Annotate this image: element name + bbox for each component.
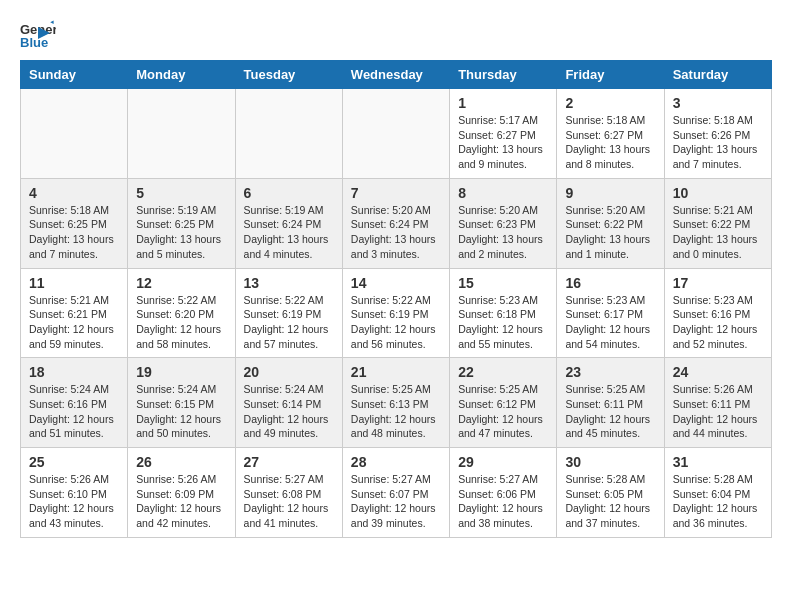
date-number: 13 xyxy=(244,275,334,291)
date-number: 2 xyxy=(565,95,655,111)
calendar-cell: 22Sunrise: 5:25 AMSunset: 6:12 PMDayligh… xyxy=(450,358,557,448)
calendar-header-row: SundayMondayTuesdayWednesdayThursdayFrid… xyxy=(21,61,772,89)
calendar-cell: 23Sunrise: 5:25 AMSunset: 6:11 PMDayligh… xyxy=(557,358,664,448)
cell-info: Sunrise: 5:24 AMSunset: 6:15 PMDaylight:… xyxy=(136,382,226,441)
date-number: 20 xyxy=(244,364,334,380)
calendar-cell xyxy=(21,89,128,179)
cell-info: Sunrise: 5:27 AMSunset: 6:07 PMDaylight:… xyxy=(351,472,441,531)
calendar-cell: 25Sunrise: 5:26 AMSunset: 6:10 PMDayligh… xyxy=(21,448,128,538)
cell-info: Sunrise: 5:24 AMSunset: 6:16 PMDaylight:… xyxy=(29,382,119,441)
date-number: 16 xyxy=(565,275,655,291)
date-number: 31 xyxy=(673,454,763,470)
day-header-tuesday: Tuesday xyxy=(235,61,342,89)
cell-info: Sunrise: 5:22 AMSunset: 6:20 PMDaylight:… xyxy=(136,293,226,352)
calendar-cell: 3Sunrise: 5:18 AMSunset: 6:26 PMDaylight… xyxy=(664,89,771,179)
calendar-week-5: 25Sunrise: 5:26 AMSunset: 6:10 PMDayligh… xyxy=(21,448,772,538)
cell-info: Sunrise: 5:19 AMSunset: 6:24 PMDaylight:… xyxy=(244,203,334,262)
calendar-cell: 24Sunrise: 5:26 AMSunset: 6:11 PMDayligh… xyxy=(664,358,771,448)
calendar-cell: 11Sunrise: 5:21 AMSunset: 6:21 PMDayligh… xyxy=(21,268,128,358)
date-number: 10 xyxy=(673,185,763,201)
calendar-cell: 28Sunrise: 5:27 AMSunset: 6:07 PMDayligh… xyxy=(342,448,449,538)
cell-info: Sunrise: 5:20 AMSunset: 6:23 PMDaylight:… xyxy=(458,203,548,262)
date-number: 30 xyxy=(565,454,655,470)
calendar-cell xyxy=(128,89,235,179)
date-number: 29 xyxy=(458,454,548,470)
cell-info: Sunrise: 5:21 AMSunset: 6:21 PMDaylight:… xyxy=(29,293,119,352)
calendar-week-4: 18Sunrise: 5:24 AMSunset: 6:16 PMDayligh… xyxy=(21,358,772,448)
cell-info: Sunrise: 5:17 AMSunset: 6:27 PMDaylight:… xyxy=(458,113,548,172)
date-number: 25 xyxy=(29,454,119,470)
calendar-cell: 29Sunrise: 5:27 AMSunset: 6:06 PMDayligh… xyxy=(450,448,557,538)
cell-info: Sunrise: 5:20 AMSunset: 6:22 PMDaylight:… xyxy=(565,203,655,262)
calendar-cell: 27Sunrise: 5:27 AMSunset: 6:08 PMDayligh… xyxy=(235,448,342,538)
cell-info: Sunrise: 5:19 AMSunset: 6:25 PMDaylight:… xyxy=(136,203,226,262)
cell-info: Sunrise: 5:25 AMSunset: 6:12 PMDaylight:… xyxy=(458,382,548,441)
calendar-cell: 4Sunrise: 5:18 AMSunset: 6:25 PMDaylight… xyxy=(21,178,128,268)
calendar-cell: 16Sunrise: 5:23 AMSunset: 6:17 PMDayligh… xyxy=(557,268,664,358)
calendar-cell: 19Sunrise: 5:24 AMSunset: 6:15 PMDayligh… xyxy=(128,358,235,448)
calendar-cell: 5Sunrise: 5:19 AMSunset: 6:25 PMDaylight… xyxy=(128,178,235,268)
date-number: 23 xyxy=(565,364,655,380)
date-number: 4 xyxy=(29,185,119,201)
calendar-table: SundayMondayTuesdayWednesdayThursdayFrid… xyxy=(20,60,772,538)
calendar-cell: 18Sunrise: 5:24 AMSunset: 6:16 PMDayligh… xyxy=(21,358,128,448)
cell-info: Sunrise: 5:22 AMSunset: 6:19 PMDaylight:… xyxy=(244,293,334,352)
date-number: 22 xyxy=(458,364,548,380)
cell-info: Sunrise: 5:26 AMSunset: 6:11 PMDaylight:… xyxy=(673,382,763,441)
cell-info: Sunrise: 5:25 AMSunset: 6:11 PMDaylight:… xyxy=(565,382,655,441)
date-number: 14 xyxy=(351,275,441,291)
day-header-thursday: Thursday xyxy=(450,61,557,89)
date-number: 9 xyxy=(565,185,655,201)
date-number: 24 xyxy=(673,364,763,380)
calendar-cell: 21Sunrise: 5:25 AMSunset: 6:13 PMDayligh… xyxy=(342,358,449,448)
cell-info: Sunrise: 5:22 AMSunset: 6:19 PMDaylight:… xyxy=(351,293,441,352)
date-number: 21 xyxy=(351,364,441,380)
calendar-cell: 12Sunrise: 5:22 AMSunset: 6:20 PMDayligh… xyxy=(128,268,235,358)
day-header-saturday: Saturday xyxy=(664,61,771,89)
cell-info: Sunrise: 5:26 AMSunset: 6:10 PMDaylight:… xyxy=(29,472,119,531)
date-number: 11 xyxy=(29,275,119,291)
cell-info: Sunrise: 5:27 AMSunset: 6:06 PMDaylight:… xyxy=(458,472,548,531)
day-header-monday: Monday xyxy=(128,61,235,89)
calendar-cell: 1Sunrise: 5:17 AMSunset: 6:27 PMDaylight… xyxy=(450,89,557,179)
date-number: 5 xyxy=(136,185,226,201)
logo-arrow-icon xyxy=(34,23,54,43)
page-header: General Blue xyxy=(20,20,772,50)
svg-marker-3 xyxy=(38,27,50,39)
calendar-cell: 31Sunrise: 5:28 AMSunset: 6:04 PMDayligh… xyxy=(664,448,771,538)
calendar-cell: 2Sunrise: 5:18 AMSunset: 6:27 PMDaylight… xyxy=(557,89,664,179)
date-number: 1 xyxy=(458,95,548,111)
calendar-cell: 9Sunrise: 5:20 AMSunset: 6:22 PMDaylight… xyxy=(557,178,664,268)
date-number: 15 xyxy=(458,275,548,291)
date-number: 12 xyxy=(136,275,226,291)
calendar-cell xyxy=(235,89,342,179)
calendar-cell: 8Sunrise: 5:20 AMSunset: 6:23 PMDaylight… xyxy=(450,178,557,268)
cell-info: Sunrise: 5:23 AMSunset: 6:16 PMDaylight:… xyxy=(673,293,763,352)
cell-info: Sunrise: 5:18 AMSunset: 6:27 PMDaylight:… xyxy=(565,113,655,172)
cell-info: Sunrise: 5:23 AMSunset: 6:17 PMDaylight:… xyxy=(565,293,655,352)
calendar-cell: 30Sunrise: 5:28 AMSunset: 6:05 PMDayligh… xyxy=(557,448,664,538)
date-number: 28 xyxy=(351,454,441,470)
day-header-friday: Friday xyxy=(557,61,664,89)
calendar-week-3: 11Sunrise: 5:21 AMSunset: 6:21 PMDayligh… xyxy=(21,268,772,358)
date-number: 27 xyxy=(244,454,334,470)
cell-info: Sunrise: 5:18 AMSunset: 6:25 PMDaylight:… xyxy=(29,203,119,262)
calendar-cell xyxy=(342,89,449,179)
calendar-cell: 6Sunrise: 5:19 AMSunset: 6:24 PMDaylight… xyxy=(235,178,342,268)
calendar-cell: 17Sunrise: 5:23 AMSunset: 6:16 PMDayligh… xyxy=(664,268,771,358)
calendar-week-1: 1Sunrise: 5:17 AMSunset: 6:27 PMDaylight… xyxy=(21,89,772,179)
calendar-cell: 10Sunrise: 5:21 AMSunset: 6:22 PMDayligh… xyxy=(664,178,771,268)
date-number: 8 xyxy=(458,185,548,201)
cell-info: Sunrise: 5:24 AMSunset: 6:14 PMDaylight:… xyxy=(244,382,334,441)
cell-info: Sunrise: 5:26 AMSunset: 6:09 PMDaylight:… xyxy=(136,472,226,531)
day-header-sunday: Sunday xyxy=(21,61,128,89)
cell-info: Sunrise: 5:23 AMSunset: 6:18 PMDaylight:… xyxy=(458,293,548,352)
cell-info: Sunrise: 5:18 AMSunset: 6:26 PMDaylight:… xyxy=(673,113,763,172)
calendar-cell: 14Sunrise: 5:22 AMSunset: 6:19 PMDayligh… xyxy=(342,268,449,358)
date-number: 19 xyxy=(136,364,226,380)
date-number: 17 xyxy=(673,275,763,291)
date-number: 6 xyxy=(244,185,334,201)
day-header-wednesday: Wednesday xyxy=(342,61,449,89)
cell-info: Sunrise: 5:28 AMSunset: 6:04 PMDaylight:… xyxy=(673,472,763,531)
logo: General Blue xyxy=(20,20,54,50)
